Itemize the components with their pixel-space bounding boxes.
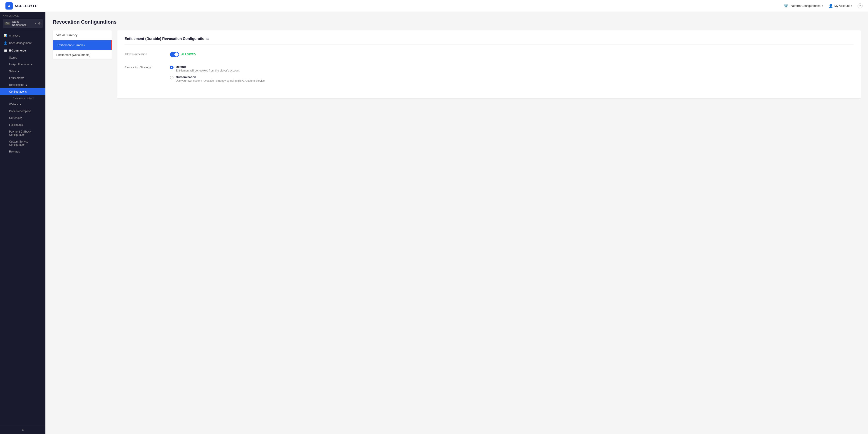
sidebar-nav: 📊 Analytics 👤 User Management ▦ E-Commer…	[0, 30, 45, 425]
revocation-strategy-row: Revocation Strategy Default Entitlement …	[124, 63, 854, 88]
topbar-right: ⚙️ Platform Configurations ▾ 👤 My Accoun…	[784, 3, 863, 8]
strategy-customization-option: Customization Use your own custom revoca…	[170, 75, 854, 82]
sidebar-item-label: Wallets	[9, 103, 18, 106]
toggle-label: ALLOWED	[181, 53, 196, 56]
collapse-icon: «	[22, 428, 24, 432]
sidebar-item-code-redemption[interactable]: Code Redemption	[0, 108, 45, 114]
namespace-badge: GN	[4, 22, 10, 25]
topbar-left: A ACCELBYTE	[5, 2, 37, 9]
page-title: Revocation Configurations	[53, 19, 861, 25]
sidebar-item-label: Revocations	[9, 83, 24, 87]
chevron-down-icon: ▾	[822, 4, 823, 7]
strategy-default-text: Default Entitlement will be revoked from…	[176, 65, 240, 72]
accelbyte-logo-icon: A	[5, 2, 13, 9]
subnav-panel: Virtual Currency Entitlement (Durable) E…	[53, 30, 112, 60]
strategy-customization-title: Customization	[176, 75, 266, 79]
app-body: NAMESPACE GN Game Namespace ▾ ⚙ 📊 Analyt…	[0, 12, 868, 434]
allow-revocation-toggle[interactable]	[170, 52, 179, 57]
revocation-strategy-label: Revocation Strategy	[124, 65, 170, 69]
sidebar-item-payment-callback[interactable]: Payment Callback Configuration	[0, 128, 45, 138]
allow-revocation-row: Allow Revocation ALLOWED	[124, 50, 854, 59]
subnav-item-label: Entitlement (Consumable)	[56, 53, 90, 57]
sidebar-item-label: User Management	[9, 41, 32, 45]
namespace-name: Game Namespace	[12, 20, 33, 27]
user-icon: 👤	[829, 4, 833, 8]
user-management-icon: 👤	[4, 41, 7, 45]
topbar: A ACCELBYTE ⚙️ Platform Configurations ▾…	[0, 0, 868, 12]
namespace-label: NAMESPACE	[3, 14, 43, 17]
subnav-item-label: Virtual Currency	[56, 33, 78, 37]
sidebar-item-label: Rewards	[9, 150, 20, 153]
strategy-default-option: Default Entitlement will be revoked from…	[170, 65, 854, 72]
strategy-customization-text: Customization Use your own custom revoca…	[176, 75, 266, 82]
sidebar-item-configurations[interactable]: Configurations	[0, 88, 45, 95]
expand-icon: ▾	[31, 63, 32, 66]
sidebar-item-sales[interactable]: Sales ▾	[0, 68, 45, 75]
sidebar-item-revocation-history[interactable]: Revocation History	[0, 95, 45, 101]
my-account-menu[interactable]: 👤 My Account ▾	[829, 4, 852, 8]
subnav-entitlement-durable[interactable]: Entitlement (Durable)	[53, 40, 112, 50]
revocation-strategy-value: Default Entitlement will be revoked from…	[170, 65, 854, 86]
sidebar-item-rewards[interactable]: Rewards	[0, 148, 45, 155]
sidebar-item-label: Code Redemption	[9, 110, 31, 113]
namespace-section: NAMESPACE GN Game Namespace ▾ ⚙	[0, 12, 45, 30]
expand-icon: ▾	[20, 103, 21, 106]
sidebar-item-stores[interactable]: Stores	[0, 54, 45, 61]
allow-revocation-value: ALLOWED	[170, 52, 854, 57]
platform-configurations-label: Platform Configurations	[789, 4, 820, 7]
logo-text: ACCELBYTE	[14, 4, 37, 8]
sidebar-item-label: Currencies	[9, 116, 22, 120]
strategy-default-radio[interactable]	[170, 66, 174, 69]
subnav-item-label: Entitlement (Durable)	[57, 43, 85, 47]
sidebar-item-label: Entitlements	[9, 76, 24, 80]
sidebar-item-revocations[interactable]: Revocations ▴	[0, 81, 45, 88]
sidebar-item-user-management[interactable]: 👤 User Management	[0, 39, 45, 47]
sidebar-item-label: Payment Callback Configuration	[9, 130, 42, 136]
analytics-icon: 📊	[4, 34, 7, 37]
sidebar-item-currencies[interactable]: Currencies	[0, 114, 45, 122]
expand-icon: ▾	[18, 70, 19, 73]
chevron-down-icon-ns: ▾	[35, 22, 36, 25]
allow-revocation-label: Allow Revocation	[124, 52, 170, 56]
sidebar-item-label: Stores	[9, 56, 17, 59]
strategy-default-title: Default	[176, 65, 240, 69]
subnav-virtual-currency[interactable]: Virtual Currency	[53, 30, 112, 40]
sidebar-item-label: Revocation History	[12, 97, 34, 99]
sidebar-item-label: Sales	[9, 70, 16, 73]
sidebar-item-label: Custom Service Configuration	[9, 140, 42, 146]
sidebar-item-entitlements[interactable]: Entitlements	[0, 75, 45, 81]
ecommerce-icon: ▦	[4, 49, 7, 52]
sidebar-item-wallets[interactable]: Wallets ▾	[0, 101, 45, 108]
help-button[interactable]: ?	[858, 3, 863, 8]
sidebar-item-analytics[interactable]: 📊 Analytics	[0, 32, 45, 39]
my-account-label: My Account	[834, 4, 849, 7]
sidebar-item-ecommerce[interactable]: ▦ E-Commerce	[0, 47, 45, 54]
namespace-gear-icon[interactable]: ⚙	[38, 22, 41, 25]
content-area: Virtual Currency Entitlement (Durable) E…	[53, 30, 861, 98]
strategy-customization-radio[interactable]	[170, 76, 174, 79]
sidebar-item-label: Fulfillments	[9, 123, 23, 127]
sidebar-item-label: Configurations	[9, 90, 27, 93]
config-panel-title: Entitlement (Durable) Revocation Configu…	[124, 37, 854, 45]
subnav-entitlement-consumable[interactable]: Entitlement (Consumable)	[53, 50, 112, 60]
strategy-customization-desc: Use your own custom revocation strategy …	[176, 79, 266, 82]
config-panel: Entitlement (Durable) Revocation Configu…	[117, 30, 861, 98]
sidebar-collapse-button[interactable]: «	[0, 425, 45, 434]
svg-text:A: A	[8, 4, 10, 8]
platform-configurations-menu[interactable]: ⚙️ Platform Configurations ▾	[784, 4, 823, 8]
main-content: Revocation Configurations Virtual Curren…	[45, 12, 868, 434]
gear-icon: ⚙️	[784, 4, 788, 8]
chevron-down-icon-account: ▾	[851, 4, 852, 7]
sidebar-item-custom-service[interactable]: Custom Service Configuration	[0, 138, 45, 148]
sidebar-item-in-app-purchase[interactable]: In-App Purchase ▾	[0, 61, 45, 68]
expand-icon: ▴	[26, 83, 27, 87]
toggle-wrapper: ALLOWED	[170, 52, 854, 57]
strategy-default-desc: Entitlement will be revoked from the pla…	[176, 69, 240, 72]
namespace-selector[interactable]: GN Game Namespace ▾ ⚙	[3, 19, 43, 28]
sidebar-item-label: Analytics	[9, 34, 20, 37]
sidebar-item-label: In-App Purchase	[9, 63, 29, 66]
sidebar-item-fulfillments[interactable]: Fulfillments	[0, 122, 45, 128]
sidebar-item-label: E-Commerce	[9, 49, 26, 52]
sidebar: NAMESPACE GN Game Namespace ▾ ⚙ 📊 Analyt…	[0, 12, 45, 434]
